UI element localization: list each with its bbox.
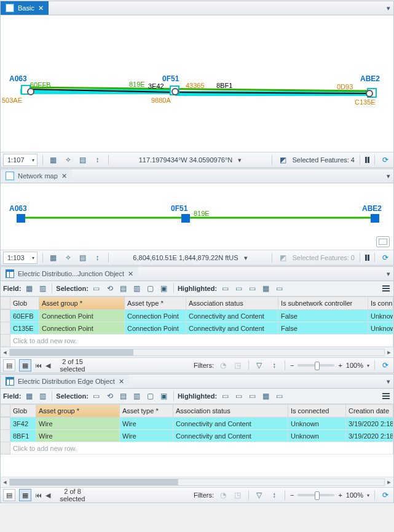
field-add-icon[interactable]: ▦ — [23, 391, 34, 402]
col-connected[interactable]: Is connected — [288, 405, 346, 417]
tool-icon-1[interactable]: ▦ — [48, 154, 59, 165]
zoom-caret[interactable]: ▾ — [367, 363, 369, 368]
sel-icon-6[interactable]: ▣ — [159, 283, 170, 294]
field-add-icon[interactable]: ▦ — [23, 283, 34, 294]
sel-icon-3[interactable]: ▤ — [118, 391, 129, 402]
sel-icon-2[interactable]: ⟲ — [104, 283, 116, 294]
hi-icon-5[interactable]: ▭ — [274, 283, 285, 294]
table-row[interactable]: 3F42 Wire Wire Connectivity and Content … — [1, 418, 393, 430]
col-connected[interactable]: Is connect — [368, 297, 393, 309]
table-row[interactable]: 8BF1 Wire Wire Connectivity and Content … — [1, 430, 393, 442]
basic-map-canvas[interactable]: A063 0F51 ABE2 60EFB 819E 3E42 43365 8BF… — [1, 15, 393, 152]
network-map-canvas[interactable]: A063 0F51 ABE2 819E — [1, 183, 393, 250]
sel-icon-5[interactable]: ▢ — [145, 283, 156, 294]
filter-sort-icon[interactable]: ↕ — [269, 360, 280, 371]
panel-menu-caret[interactable]: ▾ — [384, 270, 393, 278]
first-icon[interactable]: ⏮ — [35, 491, 42, 499]
new-row[interactable]: Click to add new row. — [1, 335, 393, 347]
panel-menu-caret[interactable]: ▾ — [384, 378, 393, 386]
tool-icon-4[interactable]: ↕ — [92, 252, 103, 263]
overview-icon[interactable] — [376, 236, 390, 247]
refresh-icon[interactable]: ⟳ — [380, 360, 391, 371]
filter-sort-icon[interactable]: ↕ — [269, 490, 280, 501]
menu-icon[interactable] — [381, 284, 391, 293]
hi-icon-5[interactable]: ▭ — [274, 391, 285, 402]
sel-icon-3[interactable]: ▤ — [118, 283, 129, 294]
col-association[interactable]: Association status — [173, 405, 288, 417]
prev-icon[interactable]: ◀ — [45, 491, 50, 499]
view-selected-btn[interactable]: ▦ — [19, 489, 31, 501]
node-0f51[interactable] — [181, 214, 190, 223]
first-icon[interactable]: ⏮ — [35, 362, 42, 369]
field-calc-icon[interactable]: ▥ — [37, 283, 48, 294]
sel-icon-1[interactable]: ▭ — [91, 283, 102, 294]
pause-icon[interactable] — [365, 255, 369, 261]
refresh-icon[interactable]: ⟳ — [380, 154, 391, 165]
sel-icon-4[interactable]: ▥ — [132, 391, 143, 402]
node-abe2[interactable] — [371, 214, 379, 223]
coord-caret[interactable]: ▾ — [234, 156, 242, 164]
hi-icon-3[interactable]: ▭ — [246, 391, 258, 402]
col-glob[interactable]: Glob — [10, 297, 39, 309]
node-a063[interactable] — [17, 214, 25, 223]
hi-icon-4[interactable]: ▦ — [260, 391, 271, 402]
tab-network[interactable]: Network map ✕ — [1, 169, 72, 183]
dot-3[interactable] — [366, 90, 373, 97]
tool-icon-1[interactable]: ▦ — [48, 252, 59, 263]
menu-icon[interactable] — [381, 391, 391, 401]
scroll-left-icon[interactable]: ◄ — [1, 349, 9, 355]
selected-icon[interactable]: ◩ — [277, 154, 288, 165]
tool-icon-2[interactable]: ✧ — [63, 154, 74, 165]
zoom-out[interactable]: − — [290, 491, 294, 499]
coord-caret[interactable]: ▾ — [240, 254, 248, 261]
zoom-in[interactable]: + — [338, 491, 342, 499]
table-row[interactable]: 60EFB Connection Point Connection Point … — [1, 310, 393, 322]
scale-combo[interactable]: 1:103 ▾ — [3, 252, 37, 264]
scale-combo[interactable]: 1:107 ▾ — [3, 154, 37, 166]
close-icon[interactable]: ✕ — [61, 172, 67, 180]
close-icon[interactable]: ✕ — [119, 378, 124, 386]
junction-hscroll[interactable]: ◄ ► — [1, 347, 393, 357]
edge-hscroll[interactable]: ◄ ► — [1, 477, 393, 487]
col-asset-type[interactable]: Asset type * — [125, 297, 186, 309]
zoom-caret[interactable]: ▾ — [367, 493, 369, 498]
pause-icon[interactable] — [365, 157, 369, 163]
scroll-right-icon[interactable]: ► — [385, 349, 393, 355]
col-association[interactable]: Association status — [186, 297, 278, 309]
scroll-left-icon[interactable]: ◄ — [1, 479, 9, 485]
close-icon[interactable]: ✕ — [128, 270, 133, 278]
hi-icon-2[interactable]: ▭ — [233, 283, 244, 294]
dot-2[interactable] — [171, 88, 179, 95]
view-all-btn[interactable]: ▤ — [3, 489, 15, 501]
close-icon[interactable]: ✕ — [38, 4, 44, 12]
tab-basic[interactable]: Basic ✕ — [1, 1, 49, 15]
row-header-corner[interactable] — [1, 297, 10, 309]
col-asset-group[interactable]: Asset group * — [36, 405, 120, 417]
hi-icon-1[interactable]: ▭ — [219, 283, 230, 294]
zoom-slider[interactable] — [297, 494, 334, 496]
zoom-in[interactable]: + — [338, 362, 342, 369]
prev-icon[interactable]: ◀ — [45, 362, 50, 370]
hi-icon-1[interactable]: ▭ — [219, 391, 230, 402]
refresh-icon[interactable]: ⟳ — [380, 252, 391, 263]
panel-menu-caret[interactable]: ▾ — [384, 172, 393, 180]
tool-icon-3[interactable]: ▤ — [77, 154, 89, 165]
view-selected-btn[interactable]: ▦ — [19, 359, 31, 371]
sel-icon-4[interactable]: ▥ — [132, 283, 143, 294]
row-header-corner[interactable] — [1, 405, 10, 417]
col-asset-group[interactable]: Asset group * — [39, 297, 125, 309]
tool-icon-3[interactable]: ▤ — [77, 252, 89, 263]
field-calc-icon[interactable]: ▥ — [37, 391, 48, 402]
tool-icon-2[interactable]: ✧ — [63, 252, 74, 263]
sel-icon-1[interactable]: ▭ — [91, 391, 102, 402]
hi-icon-3[interactable]: ▭ — [246, 283, 258, 294]
refresh-icon[interactable]: ⟳ — [380, 490, 391, 501]
new-row[interactable]: Click to add new row. — [1, 442, 393, 455]
hi-icon-2[interactable]: ▭ — [233, 391, 244, 402]
table-row[interactable]: C135E Connection Point Connection Point … — [1, 322, 393, 335]
zoom-slider[interactable] — [297, 364, 334, 367]
hi-icon-4[interactable]: ▦ — [260, 283, 271, 294]
view-all-btn[interactable]: ▤ — [3, 359, 15, 371]
col-subnet[interactable]: Is subnetwork controller — [278, 297, 368, 309]
col-glob[interactable]: Glob — [10, 405, 36, 417]
